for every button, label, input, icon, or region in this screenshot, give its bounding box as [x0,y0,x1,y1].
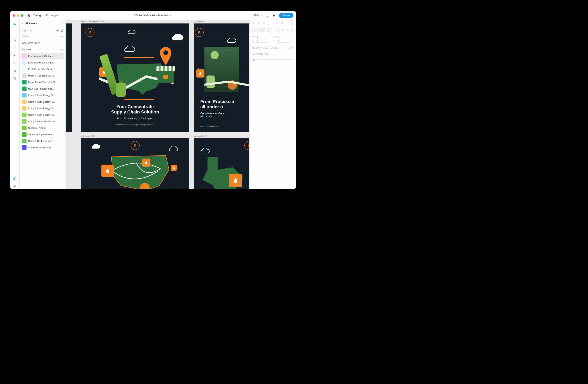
window-controls [13,14,23,17]
align-left-icon[interactable] [252,22,255,25]
repeat-grid-button[interactable]: Repeat Grid [252,28,272,33]
symbol-label: USA Map - Sourced fro... [28,87,54,90]
boolean-exclude-icon[interactable] [291,29,294,32]
boolean-add-icon[interactable] [277,29,280,32]
rectangle-tool[interactable] [13,30,17,34]
document-title[interactable]: XD Social Graphics Template [134,14,172,17]
svg-rect-52 [278,30,280,32]
symbol-item[interactable]: Comp // Kush Energy Ta... [21,105,64,112]
select-tool[interactable] [13,22,17,26]
share-button[interactable]: Share [279,13,294,18]
distribute-v-icon[interactable] [291,22,294,25]
svg-rect-46 [291,23,293,23]
artboard-tool[interactable] [13,69,17,73]
cloud-icon [225,38,237,44]
boolean-subtract-icon[interactable] [282,29,284,32]
charstyles-section[interactable]: Character Styles + [20,40,65,46]
cloud-icon [122,46,136,53]
symbol-label: Employee (Kush Energy... [28,62,55,64]
artboard-1[interactable]: K From Processinall under o [194,23,249,132]
svg-rect-33 [268,23,268,24]
line-tool[interactable] [13,45,17,50]
chevron-down-icon [169,14,172,17]
pen-tool[interactable] [13,53,17,57]
artboard-9[interactable]: K [194,138,249,189]
add-symbol-button[interactable]: + [61,48,63,51]
artboard-label[interactable]: Artboard – 1 [194,20,207,23]
close-window-button[interactable] [13,14,15,17]
asset-filter[interactable] [20,20,65,27]
symbols-label: Symbols [22,48,31,51]
width-input[interactable] [256,36,269,38]
play-icon[interactable] [272,14,276,17]
y-input[interactable] [278,40,290,43]
asset-filter-input[interactable] [25,22,60,25]
symbol-label: Comp // Kush Energy Ta... [28,101,56,103]
artboard-headline: Your ConcentrateSupply Chain Solution [81,104,189,115]
maximize-window-button[interactable] [21,14,23,17]
colors-section[interactable]: Colors + [20,33,65,40]
drop-marker-icon [171,165,177,171]
home-icon[interactable] [27,14,31,17]
boolean-intersect-icon[interactable] [286,29,289,32]
add-color-button[interactable]: + [61,35,63,38]
symbol-item[interactable]: USA Map - Sourced fro... [21,85,64,92]
svg-rect-32 [267,24,270,24]
zoom-tool[interactable] [13,77,17,81]
symbol-item[interactable]: Comp // Kush Energy Ta... [21,92,64,99]
align-middle-icon[interactable] [281,22,284,25]
symbols-section[interactable]: Symbols + [20,46,65,53]
artboard-10[interactable]: K [81,138,189,189]
symbol-label: Customer (Male) [28,127,46,129]
zoom-dropdown[interactable]: 25% [253,14,263,17]
align-controls [252,22,294,25]
assets-panel-toggle[interactable] [13,177,17,181]
symbol-item[interactable]: Arrows Back and Forth [21,144,64,151]
symbol-item[interactable]: Employee (Kush Energy... [21,59,64,66]
align-bottom-icon[interactable] [267,22,270,25]
symbol-item[interactable]: Vape Cartridge (Green -... [21,131,64,138]
distribute-h-icon[interactable] [286,22,289,25]
symbol-item[interactable]: Photo // Gas Tank Cut O... [21,72,64,79]
x-input[interactable] [278,36,290,38]
align-top-icon[interactable] [276,22,279,25]
text-tool[interactable]: T [13,61,17,65]
height-input[interactable] [256,40,269,43]
symbol-item[interactable]: Employee with Clipboar... [21,53,64,59]
svg-rect-40 [282,23,283,24]
responsive-resize-toggle[interactable] [288,46,294,49]
symbol-item[interactable]: Comp // Kush Energy Ta... [21,99,64,105]
layers-panel-toggle[interactable] [13,185,17,189]
symbols-list: Employee with Clipboar... Employee (Kush… [20,53,65,189]
align-center-h-icon[interactable] [257,22,260,25]
svg-rect-19 [62,30,63,31]
symbol-item[interactable]: Comp // Vape Distribution [21,118,64,125]
minimize-window-button[interactable] [17,14,19,17]
symbol-item[interactable]: Comp // Kush Energy Ta... [21,112,64,118]
tab-prototype[interactable]: Prototype [46,14,58,19]
artboard-map-centered[interactable]: K [81,23,189,132]
tab-design[interactable]: Design [33,14,42,19]
symbol-item[interactable]: Customer (Male) [21,125,64,131]
tool-sidebar: T [10,20,20,189]
svg-rect-35 [276,22,278,22]
artboard-label[interactable]: Artboard – 9 [194,135,207,137]
artboard-label[interactable]: Map - Centered Bottom [81,20,104,23]
add-charstyle-button[interactable]: + [61,42,63,45]
grid-view-icon[interactable] [60,29,63,32]
artboard-subhead: Complete your Concwith Kush [200,112,249,118]
opacity-slider[interactable] [263,59,294,60]
assets-panel: ASSETS Colors + Character Styles + Symbo… [20,20,66,189]
canvas[interactable]: Map - Centered Bottom K [66,20,250,189]
list-view-icon[interactable] [56,29,59,32]
artboard-subhead: From Processing to Packaging [81,117,189,120]
svg-rect-20 [61,31,62,32]
symbol-item[interactable]: Map - Texas State with Oil [21,79,64,85]
align-right-icon[interactable] [262,22,265,25]
artboard-label[interactable]: Artboard – 10 [81,135,95,137]
ellipse-tool[interactable] [13,38,17,42]
svg-rect-41 [286,22,286,24]
device-preview-icon[interactable] [266,14,269,17]
symbol-item[interactable]: Comp // Customer with... [21,138,64,144]
symbol-item[interactable]: Kush Energy Gas Tank (... [21,66,64,72]
